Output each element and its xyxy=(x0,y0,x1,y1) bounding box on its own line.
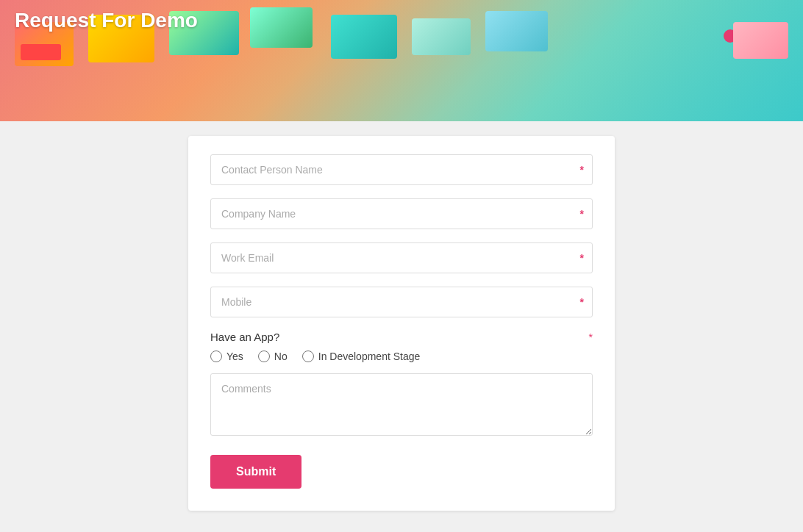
radio-no[interactable] xyxy=(258,351,270,362)
decorative-card-inner xyxy=(21,44,61,60)
mobile-input[interactable] xyxy=(210,287,593,317)
radio-group: Yes No In Development Stage xyxy=(210,351,593,362)
company-name-input[interactable] xyxy=(210,198,593,229)
submit-button[interactable]: Submit xyxy=(210,455,301,489)
radio-yes-label: Yes xyxy=(226,351,243,362)
hero-banner: Request For Demo xyxy=(0,0,803,121)
comments-textarea[interactable] xyxy=(210,373,593,436)
have-an-app-section: Have an App? * Yes No In Development Sta… xyxy=(210,331,593,362)
email-required-star: * xyxy=(580,252,584,264)
decorative-card-light2 xyxy=(485,11,548,51)
radio-in-development[interactable] xyxy=(302,351,314,362)
radio-option-yes[interactable]: Yes xyxy=(210,351,243,362)
mobile-required-star: * xyxy=(580,296,584,308)
have-an-app-header: Have an App? * xyxy=(210,331,593,343)
mobile-field: * xyxy=(210,287,593,317)
work-email-field: * xyxy=(210,242,593,273)
decorative-card-teal xyxy=(331,15,397,59)
decorative-card-pink xyxy=(733,22,788,59)
contact-person-name-field: * xyxy=(210,154,593,185)
have-an-app-required-star: * xyxy=(589,331,593,343)
company-name-field: * xyxy=(210,198,593,229)
decorative-card-green2 xyxy=(250,7,313,48)
radio-yes[interactable] xyxy=(210,351,222,362)
work-email-input[interactable] xyxy=(210,242,593,273)
radio-no-label: No xyxy=(274,351,288,362)
radio-option-in-development[interactable]: In Development Stage xyxy=(302,351,421,362)
page-title: Request For Demo xyxy=(15,9,198,32)
contact-required-star: * xyxy=(580,164,584,176)
have-an-app-label: Have an App? xyxy=(210,331,279,343)
page-content: * * * * Have an App? * Yes xyxy=(0,121,803,532)
company-required-star: * xyxy=(580,208,584,220)
radio-in-development-label: In Development Stage xyxy=(318,351,421,362)
radio-option-no[interactable]: No xyxy=(258,351,288,362)
comments-field xyxy=(210,373,593,439)
form-card: * * * * Have an App? * Yes xyxy=(188,136,615,511)
decorative-card-light1 xyxy=(412,18,471,55)
contact-person-name-input[interactable] xyxy=(210,154,593,185)
